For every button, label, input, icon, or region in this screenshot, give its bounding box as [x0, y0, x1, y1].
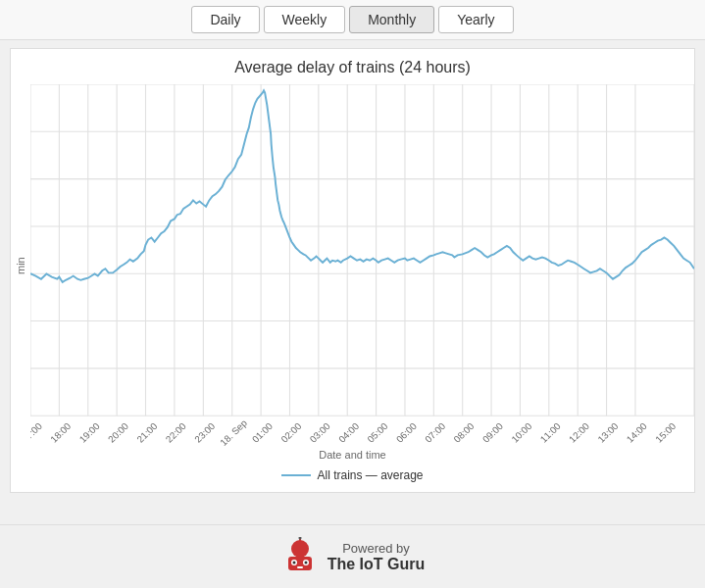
chart-title: Average delay of trains (24 hours) — [11, 59, 694, 76]
svg-text:14:00: 14:00 — [625, 420, 649, 444]
footer: Powered by The IoT Guru — [0, 524, 705, 588]
svg-text:20:00: 20:00 — [106, 420, 130, 444]
svg-rect-67 — [297, 566, 303, 568]
svg-text:15:00: 15:00 — [653, 420, 678, 444]
svg-text:06:00: 06:00 — [394, 420, 419, 444]
svg-text:17:00: 17:00 — [30, 420, 44, 444]
svg-text:01:00: 01:00 — [250, 420, 275, 444]
svg-text:03:00: 03:00 — [308, 420, 332, 444]
svg-text:05:00: 05:00 — [365, 420, 389, 444]
legend-line-icon — [281, 474, 311, 476]
svg-text:21:00: 21:00 — [134, 420, 159, 444]
footer-text: Powered by The IoT Guru — [327, 541, 426, 573]
svg-text:23:00: 23:00 — [192, 420, 217, 444]
y-axis-label: min — [11, 84, 30, 447]
svg-text:11:00: 11:00 — [538, 420, 563, 444]
footer-logo-icon — [280, 537, 320, 576]
brand-label: The IoT Guru — [327, 556, 426, 573]
svg-text:18:00: 18:00 — [48, 420, 73, 444]
tab-daily[interactable]: Daily — [191, 6, 259, 33]
powered-by-label: Powered by — [327, 541, 426, 556]
chart-container: Average delay of trains (24 hours) min — [10, 48, 695, 493]
legend-label: All trains — average — [317, 468, 423, 482]
svg-point-68 — [292, 562, 295, 564]
svg-text:10:00: 10:00 — [509, 420, 533, 444]
chart-inner: 7 6 5 4 3 2 1 0 17:00 18:00 19:00 20:00 … — [30, 84, 694, 447]
chart-area: min — [11, 84, 694, 447]
tab-weekly[interactable]: Weekly — [264, 6, 346, 33]
svg-text:02:00: 02:00 — [278, 420, 303, 444]
svg-text:04:00: 04:00 — [336, 420, 361, 444]
svg-point-69 — [304, 562, 307, 564]
tab-bar: Daily Weekly Monthly Yearly — [0, 0, 705, 40]
chart-legend: All trains — average — [11, 468, 694, 482]
svg-rect-0 — [30, 84, 694, 416]
svg-text:07:00: 07:00 — [423, 420, 447, 444]
svg-text:12:00: 12:00 — [567, 420, 591, 444]
svg-text:08:00: 08:00 — [451, 420, 476, 444]
chart-svg: 7 6 5 4 3 2 1 0 17:00 18:00 19:00 20:00 … — [30, 84, 694, 447]
svg-rect-70 — [299, 539, 301, 543]
svg-text:09:00: 09:00 — [480, 420, 505, 444]
svg-text:13:00: 13:00 — [595, 420, 620, 444]
tab-yearly[interactable]: Yearly — [438, 6, 513, 33]
svg-text:19:00: 19:00 — [76, 420, 101, 444]
svg-text:18. Sep: 18. Sep — [218, 417, 249, 447]
svg-text:22:00: 22:00 — [164, 420, 188, 444]
tab-monthly[interactable]: Monthly — [349, 6, 434, 33]
svg-point-71 — [298, 537, 301, 540]
x-axis-label: Date and time — [11, 449, 694, 461]
